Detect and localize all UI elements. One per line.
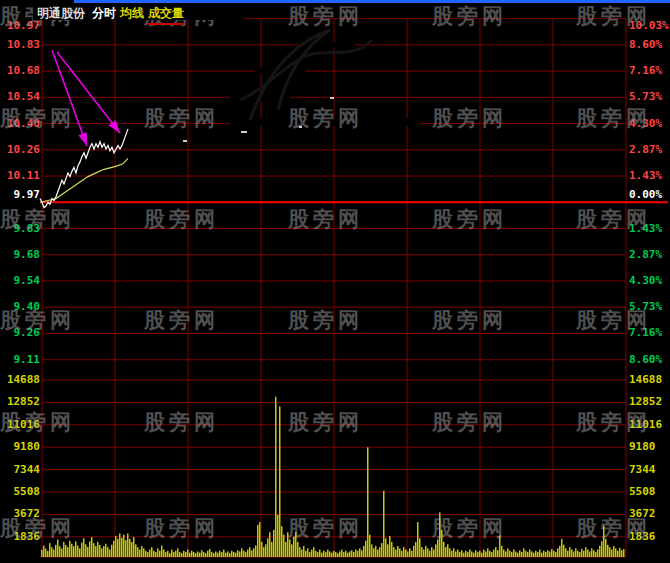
annotation-arrows (52, 50, 120, 146)
erased-line-specks (183, 97, 334, 142)
stock-name: 明通股份 (37, 5, 85, 22)
volume-bars (41, 397, 625, 557)
title-bar: 明通股份 分时 均线 成交量 (33, 3, 243, 20)
average-price-line (40, 158, 128, 202)
intraday-chart-screen: 10.9710.8310.6810.5410.4010.2610.119.979… (0, 0, 670, 563)
tab-moving-average[interactable]: 均线 (120, 5, 144, 22)
price-chart-canvas[interactable] (0, 0, 670, 563)
tab-volume[interactable]: 成交量 (148, 5, 184, 25)
tab-intraday[interactable]: 分时 (92, 5, 116, 22)
